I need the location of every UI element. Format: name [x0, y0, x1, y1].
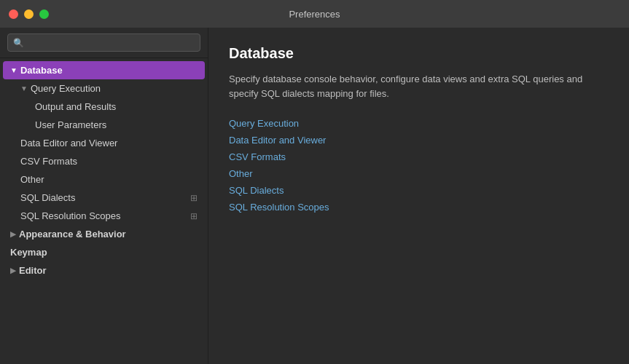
- link-csv-formats[interactable]: CSV Formats: [229, 151, 609, 162]
- sidebar-item-label: Appearance & Behavior: [19, 229, 126, 240]
- main-layout: 🔍 ▼ Database ▼ Query Execution Output an…: [0, 28, 629, 364]
- sidebar-item-label: User Parameters: [35, 119, 106, 130]
- sidebar-item-editor[interactable]: ▶ Editor: [3, 261, 205, 280]
- sidebar-item-label: Data Editor and Viewer: [20, 138, 117, 149]
- traffic-lights: [9, 9, 49, 19]
- external-link-icon: ⊞: [190, 211, 198, 221]
- sidebar-item-label: Database: [20, 65, 63, 76]
- sidebar-item-label: Editor: [19, 265, 47, 276]
- sidebar-item-appearance[interactable]: ▶ Appearance & Behavior: [3, 225, 205, 243]
- maximize-button[interactable]: [39, 9, 49, 19]
- close-button[interactable]: [9, 9, 18, 19]
- sidebar-item-query-execution[interactable]: ▼ Query Execution: [3, 79, 205, 98]
- content-area: Database Specify database console behavi…: [208, 28, 629, 364]
- sidebar-item-label: Query Execution: [31, 83, 101, 94]
- titlebar: Preferences: [0, 0, 629, 28]
- chevron-down-icon: ▼: [10, 66, 17, 74]
- sidebar-item-csv-formats[interactable]: CSV Formats: [3, 152, 205, 170]
- sidebar-item-label: SQL Resolution Scopes: [20, 210, 121, 221]
- search-input[interactable]: [7, 33, 200, 52]
- chevron-right-icon: ▶: [10, 230, 16, 238]
- link-sql-resolution[interactable]: SQL Resolution Scopes: [229, 202, 609, 213]
- link-query-execution[interactable]: Query Execution: [229, 118, 609, 129]
- minimize-button[interactable]: [24, 9, 34, 19]
- search-wrapper: 🔍: [7, 33, 200, 52]
- content-description: Specify database console behavior, confi…: [229, 72, 609, 100]
- sidebar-item-label: Other: [20, 174, 44, 185]
- chevron-right-icon: ▶: [10, 266, 16, 274]
- sidebar-item-keymap[interactable]: Keymap: [3, 243, 205, 261]
- external-link-icon: ⊞: [190, 193, 198, 203]
- sidebar-item-output-results[interactable]: Output and Results: [3, 98, 205, 116]
- window-title: Preferences: [289, 9, 340, 20]
- sidebar-item-sql-dialects[interactable]: SQL Dialects ⊞: [3, 189, 205, 207]
- content-links: Query Execution Data Editor and Viewer C…: [229, 118, 609, 213]
- chevron-down-icon: ▼: [20, 84, 28, 92]
- nav-section: ▼ Database ▼ Query Execution Output and …: [0, 58, 208, 282]
- link-data-editor[interactable]: Data Editor and Viewer: [229, 135, 609, 146]
- sidebar: 🔍 ▼ Database ▼ Query Execution Output an…: [0, 28, 208, 364]
- content-title: Database: [229, 45, 609, 62]
- sidebar-item-user-parameters[interactable]: User Parameters: [3, 116, 205, 134]
- sidebar-item-label: Keymap: [10, 247, 47, 258]
- sidebar-item-other[interactable]: Other: [3, 170, 205, 189]
- sidebar-item-label: Output and Results: [35, 101, 116, 112]
- link-sql-dialects[interactable]: SQL Dialects: [229, 185, 609, 196]
- link-other[interactable]: Other: [229, 168, 609, 179]
- sidebar-item-data-editor[interactable]: Data Editor and Viewer: [3, 134, 205, 152]
- search-container: 🔍: [0, 28, 208, 58]
- sidebar-item-sql-resolution[interactable]: SQL Resolution Scopes ⊞: [3, 207, 205, 225]
- sidebar-item-label: CSV Formats: [20, 156, 77, 167]
- sidebar-item-database[interactable]: ▼ Database: [3, 61, 205, 79]
- sidebar-item-label: SQL Dialects: [20, 192, 75, 203]
